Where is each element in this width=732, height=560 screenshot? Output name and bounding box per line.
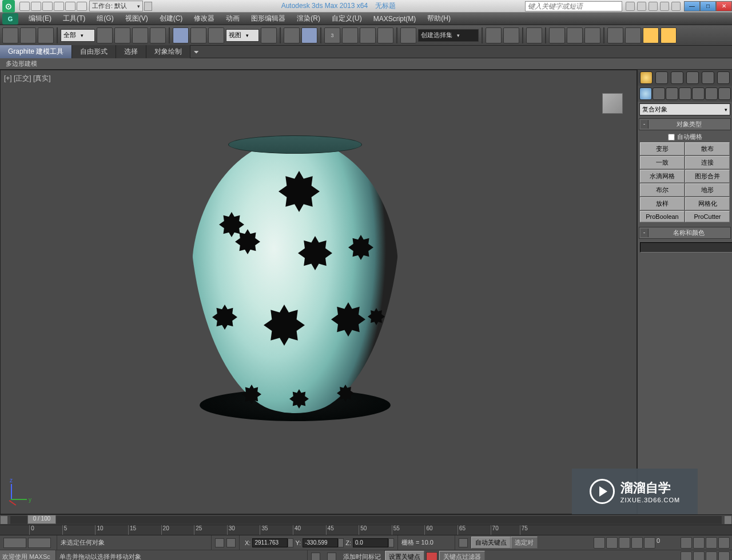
utilities-tab-icon[interactable]: [717, 71, 730, 84]
display-tab-icon[interactable]: [702, 71, 714, 84]
menu-render[interactable]: 渲染(R): [291, 14, 326, 23]
menu-customize[interactable]: 自定义(U): [326, 14, 368, 23]
hierarchy-tab-icon[interactable]: [671, 71, 683, 84]
set-key-button[interactable]: 设置关键点: [385, 551, 424, 560]
qat-save-icon[interactable]: [42, 2, 53, 11]
menu-group[interactable]: 组(G): [91, 14, 119, 23]
bind-spacewarp-icon[interactable]: [38, 27, 54, 43]
spinner-snap-icon[interactable]: [377, 27, 393, 43]
percent-snap-icon[interactable]: [360, 27, 376, 43]
qat-undo-icon[interactable]: [54, 2, 64, 11]
btn-procutter[interactable]: ProCutter: [685, 211, 730, 222]
workspace-selector[interactable]: 工作台: 默认: [89, 1, 143, 11]
listener-icon[interactable]: [28, 538, 51, 548]
modify-tab-icon[interactable]: [655, 71, 668, 84]
zoom-icon[interactable]: [681, 537, 692, 549]
create-tab-icon[interactable]: [640, 71, 653, 84]
btn-blobmesh[interactable]: 水滴网格: [640, 170, 685, 183]
selection-filter[interactable]: 全部: [61, 29, 95, 42]
favorites-icon[interactable]: [660, 2, 669, 11]
add-time-tag[interactable]: 添加时间标记: [340, 550, 385, 560]
btn-mesher[interactable]: 网格化: [685, 197, 730, 210]
menu-modifiers[interactable]: 修改器: [188, 14, 220, 23]
menu-help[interactable]: 帮助(H): [421, 14, 456, 23]
curve-editor-icon[interactable]: [549, 27, 565, 43]
viewcube[interactable]: [602, 93, 623, 114]
edit-named-sel-icon[interactable]: [400, 27, 416, 43]
time-config-icon[interactable]: [681, 551, 692, 561]
search-input[interactable]: [525, 1, 622, 11]
render-iterate-icon[interactable]: [661, 27, 677, 43]
time-ruler[interactable]: 0 5 10 15 20 25 30 35 40 45 50 55 60 65 …: [0, 525, 732, 535]
btn-connect[interactable]: 连接: [685, 156, 730, 169]
qat-project-icon[interactable]: [77, 2, 87, 11]
ref-coord-system[interactable]: 视图: [226, 29, 259, 42]
key-filters-button[interactable]: 关键点过滤器: [439, 551, 485, 560]
object-name-input[interactable]: [640, 242, 732, 253]
btn-morph[interactable]: 变形: [640, 142, 685, 155]
btn-loft[interactable]: 放样: [640, 197, 685, 210]
tab-objectpaint[interactable]: 对象绘制: [146, 45, 190, 58]
select-object-icon[interactable]: [97, 27, 113, 43]
exchange-icon[interactable]: [649, 2, 658, 11]
pivot-center-icon[interactable]: [261, 27, 277, 43]
set-key-trigger-icon[interactable]: [426, 552, 437, 561]
time-next-icon[interactable]: [724, 515, 732, 525]
workspace-dropdown-icon[interactable]: [144, 2, 152, 11]
x-coord-input[interactable]: 2911.763: [252, 538, 288, 547]
named-selection-set[interactable]: 创建选择集: [418, 29, 479, 42]
time-tag-icon[interactable]: [327, 553, 336, 561]
render-production-icon[interactable]: [643, 27, 659, 43]
menu-grapheditors[interactable]: 图形编辑器: [245, 14, 291, 23]
ribbon-expand-icon[interactable]: ⏷: [190, 49, 202, 55]
btn-proboolean[interactable]: ProBoolean: [640, 211, 685, 222]
select-rect-icon[interactable]: [132, 27, 148, 43]
tab-freeform[interactable]: 自由形式: [72, 45, 116, 58]
close-button[interactable]: ✕: [716, 1, 732, 11]
keyboard-shortcut-icon[interactable]: [301, 27, 317, 43]
y-coord-input[interactable]: -330.599: [303, 538, 338, 547]
move-icon[interactable]: [173, 27, 189, 43]
key-mode-icon[interactable]: [459, 538, 468, 547]
tab-graphite[interactable]: Graphite 建模工具: [0, 45, 72, 58]
schematic-view-icon[interactable]: [567, 27, 583, 43]
zoom-all-icon[interactable]: [693, 537, 705, 549]
menu-view[interactable]: 视图(V): [120, 14, 154, 23]
layers-icon[interactable]: [526, 27, 542, 43]
sel-target-button[interactable]: 选定对: [511, 537, 538, 549]
maxscript-mini-icon[interactable]: [3, 538, 26, 548]
help-icon[interactable]: [671, 2, 681, 11]
x-spinner[interactable]: [288, 538, 293, 547]
auto-grid-checkbox[interactable]: [668, 134, 675, 141]
current-frame-input[interactable]: 0: [657, 537, 679, 549]
tab-selection[interactable]: 选择: [116, 45, 146, 58]
menu-create[interactable]: 创建(C): [154, 14, 189, 23]
time-slider[interactable]: 0 / 100: [0, 514, 732, 525]
absolute-transform-icon[interactable]: [226, 538, 236, 547]
maximize-viewport-icon[interactable]: [718, 551, 730, 561]
qat-new-icon[interactable]: [19, 2, 30, 11]
manipulate-icon[interactable]: [284, 27, 300, 43]
viewport-label[interactable]: [+] [正交] [真实]: [4, 74, 51, 83]
render-setup-icon[interactable]: [607, 27, 623, 43]
rollout-object-type[interactable]: -对象类型: [639, 118, 731, 130]
link-icon[interactable]: [2, 27, 18, 43]
viewport[interactable]: [+] [正交] [真实]: [0, 70, 637, 514]
material-editor-icon[interactable]: [584, 27, 600, 43]
infocenter-search-icon[interactable]: [626, 2, 635, 11]
y-spinner[interactable]: [338, 538, 344, 547]
lock-selection-icon[interactable]: [215, 538, 224, 547]
btn-terrain[interactable]: 地形: [685, 183, 730, 197]
time-slider-thumb[interactable]: 0 / 100: [27, 515, 56, 524]
auto-key-button[interactable]: 自动关键点: [471, 537, 511, 549]
menu-maxscript[interactable]: MAXScript(M): [368, 15, 422, 23]
qat-redo-icon[interactable]: [65, 2, 75, 11]
isolate-icon[interactable]: [311, 553, 320, 561]
app-menu-icon[interactable]: G: [2, 13, 18, 25]
maximize-button[interactable]: □: [700, 1, 716, 11]
helpers-icon[interactable]: [692, 87, 705, 100]
goto-start-icon[interactable]: [594, 537, 605, 549]
rotate-icon[interactable]: [190, 27, 206, 43]
zoom-extents-icon[interactable]: [706, 537, 717, 549]
menu-tools[interactable]: 工具(T): [57, 14, 91, 23]
